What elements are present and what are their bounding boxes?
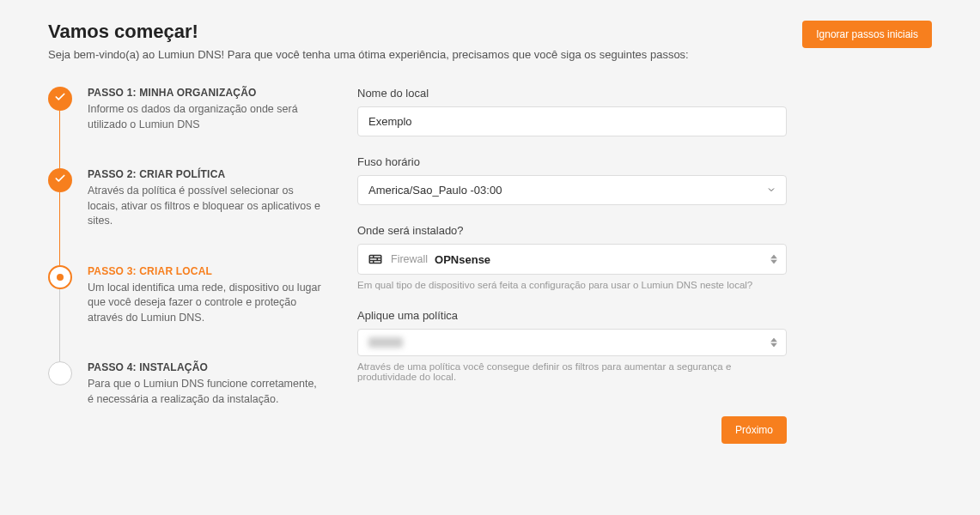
svg-marker-9 xyxy=(770,343,777,348)
stepper: PASSO 1: MINHA ORGANIZAÇÃO Informe os da… xyxy=(48,87,323,444)
tz-select[interactable]: America/Sao_Paulo -03:00 xyxy=(357,175,787,205)
header-row: Vamos começar! Seja bem-vindo(a) ao Lumi… xyxy=(48,21,932,61)
step-bullet-active xyxy=(48,265,72,289)
updown-icon xyxy=(770,255,777,264)
step-2: PASSO 2: CRIAR POLÍTICA Através da polít… xyxy=(48,168,323,265)
step-desc: Um local identifica uma rede, dispositiv… xyxy=(88,281,323,326)
onboarding-container: Vamos começar! Seja bem-vindo(a) ao Lumi… xyxy=(0,0,980,464)
svg-marker-7 xyxy=(770,260,777,264)
step-4: PASSO 4: INSTALAÇÃO Para que o Lumiun DN… xyxy=(48,361,323,407)
skip-button[interactable]: Ignorar passos iniciais xyxy=(802,21,932,48)
policy-helper: Através de uma política você consegue de… xyxy=(357,361,787,382)
step-title: PASSO 3: CRIAR LOCAL xyxy=(88,265,323,277)
svg-marker-6 xyxy=(770,255,777,259)
step-desc: Informe os dados da organização onde ser… xyxy=(88,102,323,132)
step-bullet-done xyxy=(48,87,72,111)
step-bullet-pending xyxy=(48,361,72,385)
policy-value-redacted xyxy=(368,337,403,348)
field-install: Onde será instalado? Firewall OPNsense E… xyxy=(357,224,787,290)
step-title: PASSO 4: INSTALAÇÃO xyxy=(88,361,323,373)
firewall-icon xyxy=(367,251,384,268)
step-title: PASSO 2: CRIAR POLÍTICA xyxy=(88,168,323,180)
policy-select[interactable] xyxy=(357,329,787,356)
field-timezone: Fuso horário America/Sao_Paulo -03:00 xyxy=(357,155,787,205)
install-label: Onde será instalado? xyxy=(357,224,787,237)
check-icon xyxy=(54,91,66,106)
content-row: PASSO 1: MINHA ORGANIZAÇÃO Informe os da… xyxy=(48,87,932,444)
install-select[interactable]: Firewall OPNsense xyxy=(357,244,787,275)
page-title: Vamos começar! xyxy=(48,21,689,43)
policy-label: Aplique uma política xyxy=(357,309,787,322)
tz-label: Fuso horário xyxy=(357,155,787,168)
footer-actions: Próximo xyxy=(357,416,787,444)
tz-value: America/Sao_Paulo -03:00 xyxy=(368,184,502,197)
check-icon xyxy=(54,173,66,188)
step-body: PASSO 1: MINHA ORGANIZAÇÃO Informe os da… xyxy=(88,87,323,132)
name-label: Nome do local xyxy=(357,87,787,100)
step-title: PASSO 1: MINHA ORGANIZAÇÃO xyxy=(88,87,323,99)
step-1: PASSO 1: MINHA ORGANIZAÇÃO Informe os da… xyxy=(48,87,323,168)
header-text: Vamos começar! Seja bem-vindo(a) ao Lumi… xyxy=(48,21,689,61)
field-location-name: Nome do local xyxy=(357,87,787,136)
page-subtitle: Seja bem-vindo(a) ao Lumiun DNS! Para qu… xyxy=(48,48,689,61)
updown-icon xyxy=(770,338,777,348)
step-body: PASSO 2: CRIAR POLÍTICA Através da polít… xyxy=(88,168,323,229)
svg-rect-0 xyxy=(369,256,381,264)
field-policy: Aplique uma política Através de uma polí… xyxy=(357,309,787,382)
step-body: PASSO 4: INSTALAÇÃO Para que o Lumiun DN… xyxy=(88,361,323,407)
install-value: OPNsense xyxy=(435,253,490,266)
step-bullet-done xyxy=(48,168,72,192)
step-3: PASSO 3: CRIAR LOCAL Um local identifica… xyxy=(48,265,323,362)
name-input[interactable] xyxy=(357,106,787,136)
step-desc: Para que o Lumiun DNS funcione corretame… xyxy=(88,377,323,407)
tz-select-wrap: America/Sao_Paulo -03:00 xyxy=(357,175,787,205)
step-body: PASSO 3: CRIAR LOCAL Um local identifica… xyxy=(88,265,323,326)
install-helper: Em qual tipo de dispositivo será feita a… xyxy=(357,280,787,290)
svg-marker-8 xyxy=(770,338,777,342)
install-category: Firewall xyxy=(391,253,428,265)
next-button[interactable]: Próximo xyxy=(721,416,787,444)
form-area: Nome do local Fuso horário America/Sao_P… xyxy=(357,87,787,444)
step-desc: Através da política é possível seleciona… xyxy=(88,184,323,229)
